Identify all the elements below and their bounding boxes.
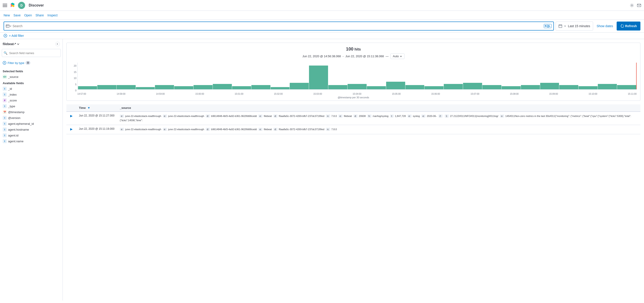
date-range-end: Jun 22, 2020 @ 15:11:38.068 — [345, 55, 384, 58]
field-tag: e: — [120, 128, 124, 131]
chart-bar — [290, 83, 309, 89]
chart-bar — [502, 86, 521, 89]
chevron-left-icon — [56, 43, 59, 45]
field-name-label: _score — [8, 99, 17, 102]
x-axis-label: 15:01:00 — [234, 93, 243, 95]
filter-type-icon — [3, 61, 6, 65]
available-field-item[interactable]: t_index — [2, 92, 61, 97]
chart-bar — [424, 86, 444, 89]
chart-bar — [155, 85, 174, 89]
field-tag: n: — [326, 128, 330, 131]
field-value: syslog — [412, 115, 420, 117]
field-value — [443, 115, 444, 117]
settings-icon[interactable] — [630, 3, 634, 8]
field-value: filebeat — [343, 115, 352, 117]
expand-row-button[interactable]: ▶ — [69, 127, 74, 131]
save-button[interactable]: Save — [14, 13, 21, 18]
time-column-header[interactable]: Time ▼ — [76, 104, 117, 112]
show-dates-button[interactable]: Show dates — [595, 24, 615, 28]
main-layout: filebeat-* 🔍 Filter by type 0 S — [0, 39, 644, 300]
field-tag: e: — [408, 114, 412, 118]
field-value: filebeat — [263, 115, 272, 117]
field-tag: d: — [354, 114, 358, 118]
index-pattern-button[interactable] — [6, 24, 12, 28]
filter-by-type[interactable]: Filter by type 0 — [2, 60, 61, 66]
field-tag: d: — [273, 128, 278, 131]
x-axis-label: 15:03:00 — [313, 93, 322, 95]
available-field-item[interactable]: tagent.id — [2, 132, 61, 138]
refresh-button[interactable]: Refresh — [617, 22, 640, 31]
x-axis-label: 14:59:00 — [156, 93, 165, 95]
open-button[interactable]: Open — [24, 13, 32, 18]
filter-options-button[interactable] — [4, 34, 7, 38]
field-type-icon: t — [3, 87, 7, 91]
action-bar: New Save Open Share Inspect — [0, 11, 644, 20]
x-axis-labels: 14:57:0014:58:0014:59:0015:00:0015:01:00… — [77, 93, 636, 95]
field-tag: e: — [163, 114, 167, 118]
chart-bar — [213, 84, 232, 89]
available-field-item[interactable]: 📅@timestamp — [2, 109, 61, 115]
field-tag: d: — [206, 114, 210, 118]
user-avatar[interactable]: D — [18, 2, 25, 9]
auto-interval-select[interactable]: Auto — [390, 53, 404, 59]
field-type-icon: t — [3, 104, 7, 108]
available-field-item[interactable]: t_type — [2, 103, 61, 109]
mail-icon[interactable] — [637, 3, 641, 8]
field-value: june-22-elasticstack-readthrough — [125, 128, 162, 131]
results-tbody: ▶Jun 22, 2020 @ 15:11:27.000e: june-22-e… — [66, 112, 640, 134]
chart-bar — [559, 85, 578, 89]
field-name-label: @version — [8, 116, 20, 120]
field-type-icon: t — [3, 93, 7, 97]
index-pattern-selector[interactable]: filebeat-* — [3, 42, 20, 46]
chart-bar — [482, 85, 502, 89]
chart-bar — [406, 85, 424, 89]
available-field-item[interactable]: #_score — [2, 97, 61, 103]
available-field-item[interactable]: t_id — [2, 86, 61, 92]
share-button[interactable]: Share — [36, 13, 44, 18]
available-field-item[interactable]: tagent.ephemeral_id — [2, 121, 61, 127]
chart-bar — [617, 85, 636, 89]
chart-bar — [598, 84, 617, 89]
available-field-item[interactable]: tagent.hostname — [2, 127, 61, 132]
field-name-label: @timestamp — [8, 110, 24, 114]
field-tag: d: — [206, 128, 210, 131]
chart-bar — [348, 84, 366, 89]
field-name-label: agent.name — [8, 140, 24, 143]
x-axis-label: 15:08:00 — [510, 93, 519, 95]
field-tag: e: — [338, 114, 343, 118]
field-tag: n: — [326, 114, 330, 118]
expand-column-header — [66, 104, 76, 112]
index-pattern-header: filebeat-* — [2, 42, 61, 46]
time-filter[interactable]: Last 15 minutes — [556, 22, 593, 31]
x-axis-label: 14:57:00 — [77, 93, 86, 95]
top-nav-bar: D Discover — [0, 0, 644, 11]
field-name-label: agent.hostname — [8, 128, 29, 131]
field-tag: 2: — [438, 114, 443, 118]
chart-bar — [328, 85, 347, 89]
date-range-start: Jun 22, 2020 @ 14:56:38.068 — [302, 55, 341, 58]
add-filter-button[interactable]: + Add filter — [9, 34, 24, 38]
collapse-sidebar-button[interactable] — [56, 42, 60, 46]
inspect-button[interactable]: Inspect — [48, 13, 58, 18]
field-tag: t: — [390, 114, 394, 118]
chart-now-indicator — [636, 63, 636, 89]
available-field-item[interactable]: tagent.name — [2, 138, 61, 144]
available-field-item[interactable]: t@version — [2, 115, 61, 121]
chevron-down-icon — [564, 25, 566, 27]
search-bar: KQL Last 15 minutes Show dates Refresh — [0, 20, 644, 33]
search-input[interactable] — [12, 24, 543, 28]
search-fields-input[interactable] — [2, 49, 61, 57]
svg-point-8 — [4, 62, 5, 63]
expand-row-button[interactable]: ▶ — [69, 114, 74, 118]
chart-bar — [521, 85, 540, 89]
x-axis-label: 15:04:00 — [353, 93, 362, 95]
kql-badge[interactable]: KQL — [544, 24, 552, 28]
chart-bar — [578, 86, 598, 89]
hamburger-menu[interactable] — [3, 3, 7, 8]
kibana-logo — [9, 2, 16, 9]
filter-by-type-label: Filter by type — [8, 61, 24, 65]
field-tag: o: — [500, 114, 504, 118]
chart-bar — [97, 85, 116, 89]
new-button[interactable]: New — [4, 13, 10, 18]
selected-field-item[interactable]: </>_source — [2, 74, 61, 80]
